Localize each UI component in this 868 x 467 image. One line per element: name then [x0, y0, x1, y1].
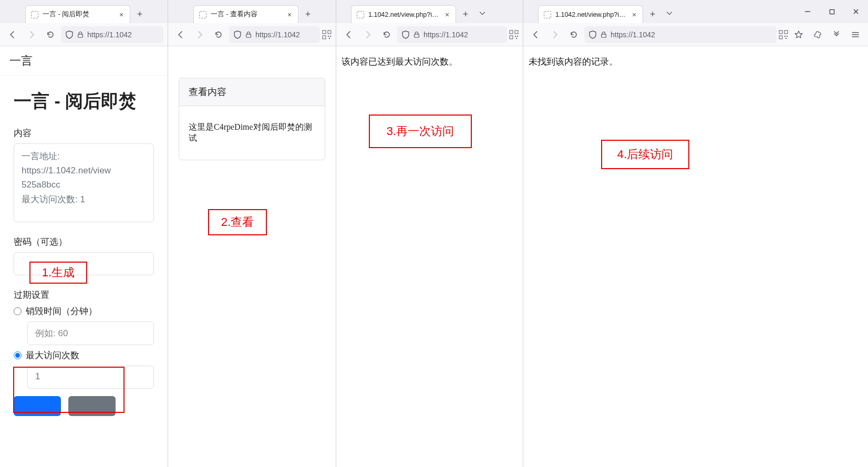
svg-rect-18 [784, 30, 788, 34]
close-icon[interactable]: × [285, 11, 294, 19]
favicon-icon [31, 11, 38, 18]
svg-rect-6 [330, 36, 331, 37]
view-card: 查看内容 这里是C4rpeDime对阅后即焚的测试 [179, 78, 325, 160]
tab-strip: 1.1042.net/view.php?id=32 × + [523, 0, 868, 23]
new-tab-button[interactable]: + [458, 7, 473, 22]
svg-rect-16 [602, 34, 606, 37]
maximize-button[interactable] [820, 3, 844, 20]
radio-max-visits[interactable]: 最大访问次数 [14, 349, 154, 361]
window-1: 一言 - 阅后即焚 × + https://1.1042 一言 一言 - 阅后即… [0, 0, 168, 467]
content: 该内容已达到最大访问次数。 3.再一次访问 [336, 46, 523, 467]
forward-button[interactable] [546, 26, 563, 43]
content-textarea[interactable]: 一言地址: https://1.1042.net/view 525a8bcc 最… [14, 143, 154, 222]
annotation: 2.查看 [208, 209, 267, 235]
forward-button[interactable] [23, 26, 40, 43]
url-text: https://1.1042 [423, 30, 503, 39]
lock-icon [600, 31, 607, 38]
close-icon[interactable]: × [630, 11, 638, 19]
overflow-button[interactable] [828, 26, 845, 43]
svg-rect-8 [415, 34, 419, 37]
max-visits-input[interactable]: 1 [27, 366, 154, 389]
bookmark-button[interactable] [790, 26, 807, 43]
qr-icon[interactable] [779, 30, 788, 39]
radio-label: 最大访问次数 [26, 349, 79, 361]
svg-rect-10 [515, 30, 518, 34]
content: 一言 一言 - 阅后即焚 内容 一言地址: https://1.1042.net… [0, 46, 168, 467]
svg-rect-22 [786, 38, 787, 39]
svg-rect-3 [328, 30, 331, 34]
svg-rect-19 [779, 36, 782, 39]
card-body: 这里是C4rpeDime对阅后即焚的测试 [179, 106, 325, 160]
tab-active[interactable]: 一言 - 查看内容 × [193, 5, 298, 23]
tab-title: 1.1042.net/view.php?id=32 [368, 11, 439, 18]
annotation: 3.再一次访问 [369, 115, 472, 148]
favicon-icon [544, 11, 551, 18]
extensions-button[interactable] [809, 26, 826, 43]
tab-active[interactable]: 1.1042.net/view.php?id=32 × [351, 5, 456, 23]
url-bar[interactable]: https://1.1042 [397, 26, 507, 43]
radio-input[interactable] [14, 307, 22, 315]
url-bar[interactable]: https://1.1042 [584, 26, 777, 43]
new-tab-button[interactable]: + [132, 7, 147, 22]
close-icon[interactable]: × [117, 11, 126, 19]
lock-icon [413, 31, 420, 38]
content-label: 内容 [14, 127, 154, 139]
message: 未找到该内容的记录。 [523, 46, 868, 77]
window-3: 1.1042.net/view.php?id=32 × + https:// [336, 0, 523, 467]
window-4: 1.1042.net/view.php?id=32 × + [523, 0, 868, 467]
tab-strip: 一言 - 查看内容 × + [168, 0, 336, 23]
shield-icon [588, 30, 597, 39]
svg-rect-20 [784, 36, 786, 37]
reload-button[interactable] [210, 26, 227, 43]
close-icon[interactable]: × [443, 11, 451, 19]
card-header: 查看内容 [179, 78, 325, 106]
toolbar: https://1.1042 [523, 23, 868, 46]
qr-icon[interactable] [509, 30, 519, 39]
annotation: 4.后续访问 [601, 140, 689, 169]
minimize-button[interactable] [795, 3, 820, 20]
lock-icon [77, 31, 84, 38]
secondary-button[interactable] [68, 396, 116, 416]
radio-input[interactable] [14, 351, 22, 359]
destroy-time-input[interactable]: 例如: 60 [27, 321, 154, 345]
tab-title: 一言 - 阅后即焚 [43, 10, 113, 19]
reload-button[interactable] [42, 26, 59, 43]
back-button[interactable] [4, 26, 21, 43]
reload-button[interactable] [565, 26, 582, 43]
new-tab-button[interactable]: + [645, 7, 660, 22]
url-bar[interactable]: https://1.1042 [61, 26, 163, 43]
content-line: 最大访问次数: 1 [22, 192, 146, 206]
svg-rect-14 [516, 38, 517, 39]
back-button[interactable] [528, 26, 544, 43]
new-tab-button[interactable]: + [301, 7, 315, 22]
page-navbar-brand: 一言 [0, 46, 168, 76]
tabs-dropdown-button[interactable] [474, 5, 491, 22]
tab-active[interactable]: 一言 - 阅后即焚 × [25, 5, 130, 23]
qr-icon[interactable] [322, 30, 332, 39]
forward-button[interactable] [191, 26, 208, 43]
back-button[interactable] [172, 26, 189, 43]
forward-button[interactable] [359, 26, 376, 43]
back-button[interactable] [340, 26, 357, 43]
svg-rect-0 [78, 34, 83, 37]
menu-button[interactable] [847, 26, 864, 43]
url-text: https://1.1042 [611, 30, 772, 39]
tab-strip: 一言 - 阅后即焚 × + [0, 0, 168, 23]
shield-icon [233, 30, 242, 39]
tabs-dropdown-button[interactable] [661, 5, 678, 22]
tab-active[interactable]: 1.1042.net/view.php?id=32 × [538, 5, 643, 23]
radio-destroy-time[interactable]: 销毁时间（分钟） [14, 305, 154, 317]
password-input[interactable] [14, 252, 154, 275]
url-bar[interactable]: https://1.1042 [229, 26, 320, 43]
reload-button[interactable] [378, 26, 395, 43]
submit-button[interactable] [14, 396, 61, 416]
svg-rect-12 [515, 36, 516, 37]
url-text: https://1.1042 [255, 30, 316, 39]
tab-title: 1.1042.net/view.php?id=32 [555, 11, 626, 18]
close-window-button[interactable] [844, 3, 868, 20]
favicon-icon [357, 11, 364, 18]
svg-rect-9 [510, 30, 513, 34]
window-controls [795, 0, 868, 23]
toolbar: https://1.1042 [168, 23, 336, 46]
toolbar: https://1.1042 [336, 23, 523, 46]
